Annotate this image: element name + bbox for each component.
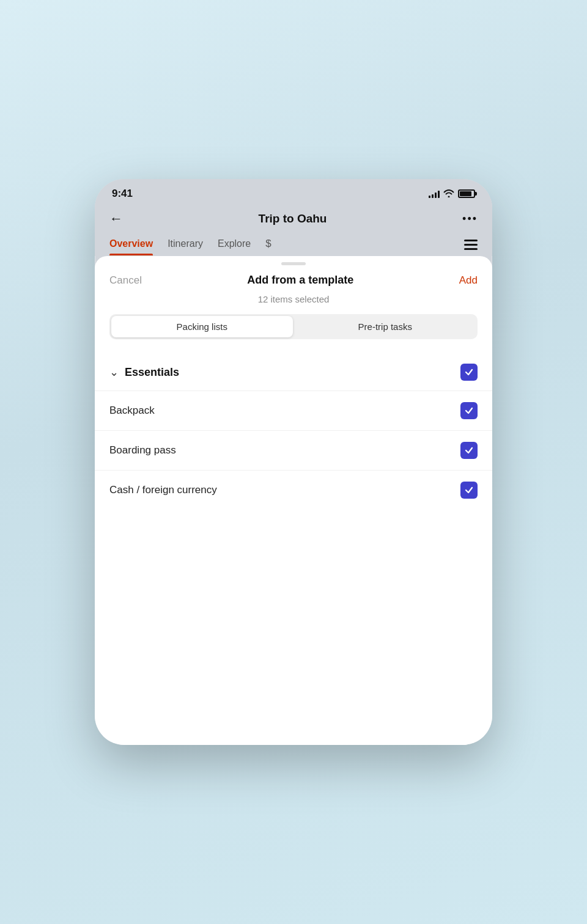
status-icons (429, 189, 475, 199)
tab-bar: Overview Itinerary Explore $ (95, 233, 492, 256)
menu-icon[interactable] (464, 240, 478, 250)
status-time: 9:41 (112, 188, 133, 200)
status-bar: 9:41 (95, 179, 492, 205)
back-button[interactable]: ← (109, 211, 123, 227)
segment-packing-lists[interactable]: Packing lists (111, 316, 293, 337)
item-label: Boarding pass (109, 444, 176, 457)
item-label: Cash / foreign currency (109, 484, 217, 496)
items-selected-count: 12 items selected (95, 294, 492, 314)
bottom-sheet: Cancel Add from a template Add 12 items … (95, 256, 492, 745)
item-label: Backpack (109, 405, 155, 417)
signal-icon (429, 189, 440, 198)
wifi-icon (443, 189, 454, 199)
cancel-button[interactable]: Cancel (109, 274, 142, 287)
nav-bar: ← Trip to Oahu ••• (95, 205, 492, 233)
essentials-section-header[interactable]: ⌄ Essentials (95, 354, 492, 391)
sheet-handle (95, 256, 492, 268)
section-title: Essentials (125, 366, 179, 379)
tab-explore[interactable]: Explore (218, 233, 251, 255)
sheet-title: Add from a template (247, 274, 353, 287)
tab-itinerary[interactable]: Itinerary (168, 233, 203, 255)
more-button[interactable]: ••• (462, 213, 478, 226)
tab-overview[interactable]: Overview (109, 233, 153, 255)
essentials-checkbox[interactable] (460, 364, 478, 381)
tab-dollar[interactable]: $ (265, 233, 271, 256)
chevron-down-icon: ⌄ (109, 365, 119, 379)
phone-frame: 9:41 ← Trip to Oahu ••• Overview (95, 179, 492, 745)
cash-checkbox[interactable] (460, 482, 478, 499)
handle-bar (281, 262, 306, 265)
list-item[interactable]: Boarding pass (95, 430, 492, 470)
section-left: ⌄ Essentials (109, 365, 179, 379)
sheet-header: Cancel Add from a template Add (95, 268, 492, 294)
boarding-pass-checkbox[interactable] (460, 442, 478, 459)
list-item[interactable]: Backpack (95, 391, 492, 430)
page-title: Trip to Oahu (259, 212, 327, 226)
segment-pretrip-tasks[interactable]: Pre-trip tasks (295, 316, 476, 337)
segment-control: Packing lists Pre-trip tasks (109, 314, 478, 339)
battery-icon (458, 189, 475, 198)
add-button[interactable]: Add (459, 274, 478, 287)
backpack-checkbox[interactable] (460, 402, 478, 419)
list-item[interactable]: Cash / foreign currency (95, 470, 492, 510)
